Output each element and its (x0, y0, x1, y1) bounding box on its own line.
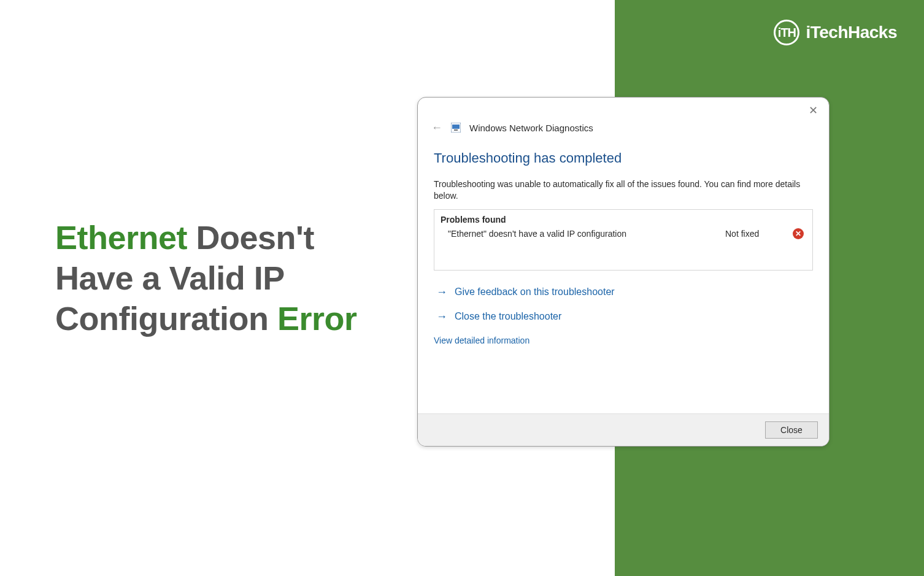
give-feedback-label: Give feedback on this troubleshooter (455, 286, 615, 298)
arrow-right-icon: → (436, 286, 447, 298)
error-icon: ✕ (793, 228, 804, 239)
troubleshooter-dialog: ✕ ← Windows Network Diagnostics Troubles… (417, 97, 830, 447)
problems-found-title: Problems found (441, 215, 806, 225)
troubleshoot-subtext: Troubleshooting was unable to automatica… (434, 179, 813, 202)
close-troubleshooter-link[interactable]: → Close the troubleshooter (434, 311, 813, 322)
back-arrow-icon[interactable]: ← (431, 122, 442, 133)
headline-word-error: Error (277, 300, 357, 337)
close-troubleshooter-label: Close the troubleshooter (455, 311, 561, 322)
brand-badge-icon: iTH (774, 20, 799, 45)
problem-text: "Ethernet" doesn't have a valid IP confi… (448, 229, 725, 239)
close-icon[interactable]: ✕ (809, 104, 818, 117)
dialog-footer: Close (418, 413, 829, 446)
brand-name: iTechHacks (806, 23, 897, 42)
page-title: Ethernet Doesn't Have a Valid IP Configu… (55, 218, 387, 339)
view-detailed-info-link[interactable]: View detailed information (434, 336, 813, 345)
brand-logo: iTH iTechHacks (774, 20, 897, 45)
dialog-body: Troubleshooting has completed Troublesho… (418, 138, 829, 413)
give-feedback-link[interactable]: → Give feedback on this troubleshooter (434, 286, 813, 298)
page-canvas: iTH iTechHacks Ethernet Doesn't Have a V… (0, 0, 924, 576)
problems-found-box: Problems found "Ethernet" doesn't have a… (434, 209, 813, 271)
svg-rect-1 (452, 125, 460, 129)
troubleshoot-heading: Troubleshooting has completed (434, 150, 813, 166)
dialog-title: Windows Network Diagnostics (469, 123, 593, 133)
problem-row: "Ethernet" doesn't have a valid IP confi… (441, 228, 806, 239)
close-button[interactable]: Close (765, 421, 818, 439)
dialog-header: ← Windows Network Diagnostics (418, 111, 829, 138)
problem-status: Not fixed (725, 229, 793, 239)
arrow-right-icon: → (436, 311, 447, 322)
svg-rect-2 (454, 129, 458, 131)
network-diagnostics-icon (451, 123, 461, 132)
headline-word-ethernet: Ethernet (55, 219, 187, 256)
